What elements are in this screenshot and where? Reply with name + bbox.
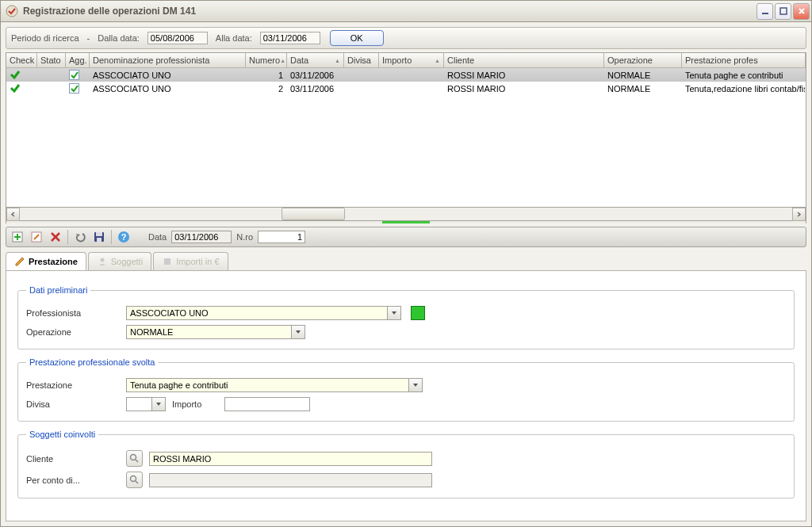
- minimize-button[interactable]: [756, 3, 773, 20]
- col-agg[interactable]: Agg.: [66, 53, 90, 67]
- sort-icon: ▲: [335, 58, 340, 63]
- delete-button[interactable]: [48, 230, 63, 244]
- toolbar-nro-input[interactable]: [258, 231, 305, 243]
- svg-rect-7: [97, 238, 102, 242]
- app-icon: [6, 5, 18, 17]
- agg-checkbox[interactable]: [69, 83, 79, 94]
- svg-point-12: [131, 455, 136, 460]
- importo-input[interactable]: [224, 397, 310, 411]
- operations-grid: Check Stato Agg. Denominazione professio…: [6, 52, 806, 208]
- toolbar-data-input[interactable]: [171, 231, 232, 243]
- fieldset-prestazione-svolta: Prestazione professionale svolta Prestaz…: [17, 357, 795, 422]
- tab-importi[interactable]: Importi in €: [153, 252, 228, 270]
- agg-checkbox[interactable]: [69, 70, 79, 80]
- label-operazione: Operazione: [26, 327, 120, 337]
- chevron-down-icon[interactable]: [152, 397, 166, 411]
- toolbar-nro-label: N.ro: [236, 232, 253, 242]
- alla-data-label: Alla data:: [216, 33, 252, 43]
- record-toolbar: ? Data N.ro: [6, 227, 806, 247]
- search-cliente-button[interactable]: [126, 450, 143, 467]
- col-numero[interactable]: Numero▲: [246, 53, 287, 67]
- col-denominazione[interactable]: Denominazione professionista: [90, 53, 246, 67]
- label-per-conto: Per conto di...: [26, 475, 120, 485]
- svg-point-10: [100, 258, 104, 262]
- fieldset-dati-preliminari: Dati preliminari Professionista Operazio…: [17, 285, 795, 349]
- tab-prestazione[interactable]: Prestazione: [6, 252, 86, 270]
- scroll-right-icon[interactable]: [792, 208, 806, 221]
- tab-soggetti[interactable]: Soggetti: [88, 252, 151, 270]
- per-conto-input[interactable]: [149, 473, 432, 487]
- professionista-combo[interactable]: [126, 306, 401, 320]
- currency-icon: [162, 256, 173, 267]
- periodo-label: Periodo di ricerca: [11, 33, 79, 43]
- legend-dati-preliminari: Dati preliminari: [26, 285, 90, 295]
- sort-icon: ▲: [435, 58, 440, 63]
- dalla-data-input[interactable]: [147, 32, 208, 44]
- status-square-icon[interactable]: [411, 306, 425, 320]
- scroll-thumb[interactable]: [282, 208, 345, 220]
- people-icon: [97, 256, 108, 267]
- col-cliente[interactable]: Cliente: [444, 53, 604, 67]
- label-cliente: Cliente: [26, 454, 120, 464]
- legend-soggetti-coinvolti: Soggetti coinvolti: [26, 430, 98, 439]
- sort-icon: ▲: [280, 58, 285, 63]
- svg-point-13: [131, 476, 136, 482]
- close-button[interactable]: [793, 3, 810, 20]
- table-row[interactable]: ASSCOCIATO UNO 2 03/11/2006 ROSSI MARIO …: [6, 82, 806, 95]
- svg-rect-11: [164, 258, 170, 265]
- undo-button[interactable]: [73, 230, 87, 244]
- col-check[interactable]: Check: [6, 53, 37, 67]
- label-importo: Importo: [172, 399, 218, 409]
- legend-prestazione-svolta: Prestazione professionale svolta: [26, 357, 158, 367]
- label-professionista: Professionista: [26, 308, 120, 318]
- search-conto-button[interactable]: [126, 472, 143, 488]
- svg-point-0: [6, 6, 17, 17]
- operazione-combo[interactable]: [126, 325, 305, 339]
- prestazione-panel: Dati preliminari Professionista Operazio…: [6, 270, 806, 521]
- svg-rect-6: [96, 232, 102, 236]
- chevron-down-icon[interactable]: [292, 325, 305, 339]
- maximize-button[interactable]: [775, 3, 791, 20]
- pencil-icon: [14, 256, 25, 267]
- tabs-bar: Prestazione Soggetti Importi in €: [6, 252, 806, 270]
- svg-rect-2: [780, 8, 787, 14]
- splitter-bar[interactable]: [6, 221, 806, 223]
- col-stato[interactable]: Stato: [37, 53, 66, 67]
- search-period-bar: Periodo di ricerca - Dalla data: Alla da…: [6, 27, 806, 49]
- check-ok-icon: [10, 70, 21, 80]
- check-ok-icon: [10, 83, 21, 94]
- label-prestazione: Prestazione: [26, 380, 120, 390]
- svg-rect-1: [762, 13, 768, 14]
- col-divisa[interactable]: Divisa: [344, 53, 379, 67]
- ok-button[interactable]: OK: [330, 30, 384, 46]
- dalla-data-label: Dalla data:: [98, 33, 140, 43]
- col-operazione[interactable]: Operazione: [604, 53, 682, 67]
- col-importo[interactable]: Importo▲: [379, 53, 444, 67]
- fieldset-soggetti-coinvolti: Soggetti coinvolti Cliente Per conto di.…: [17, 430, 795, 498]
- divisa-combo[interactable]: [126, 397, 166, 411]
- titlebar: Registrazione delle operazioni DM 141: [0, 0, 812, 22]
- edit-button[interactable]: [29, 230, 44, 244]
- label-divisa: Divisa: [26, 399, 120, 409]
- horizontal-scrollbar[interactable]: [6, 208, 806, 221]
- col-prestazione[interactable]: Prestazione profes: [682, 53, 806, 67]
- prestazione-combo[interactable]: [126, 378, 423, 392]
- toolbar-data-label: Data: [148, 232, 167, 242]
- save-button[interactable]: [92, 230, 106, 244]
- cliente-input[interactable]: [149, 452, 432, 466]
- chevron-down-icon[interactable]: [409, 378, 423, 392]
- alla-data-input[interactable]: [260, 32, 320, 44]
- svg-text:?: ?: [121, 232, 127, 242]
- grid-header: Check Stato Agg. Denominazione professio…: [6, 53, 806, 68]
- add-button[interactable]: [10, 230, 25, 244]
- scroll-left-icon[interactable]: [6, 208, 20, 221]
- col-data[interactable]: Data▲: [287, 53, 344, 67]
- help-button[interactable]: ?: [117, 230, 131, 244]
- table-row[interactable]: ASSCOCIATO UNO 1 03/11/2006 ROSSI MARIO …: [6, 68, 806, 82]
- chevron-down-icon[interactable]: [388, 306, 401, 320]
- window-title: Registrazione delle operazioni DM 141: [23, 6, 756, 17]
